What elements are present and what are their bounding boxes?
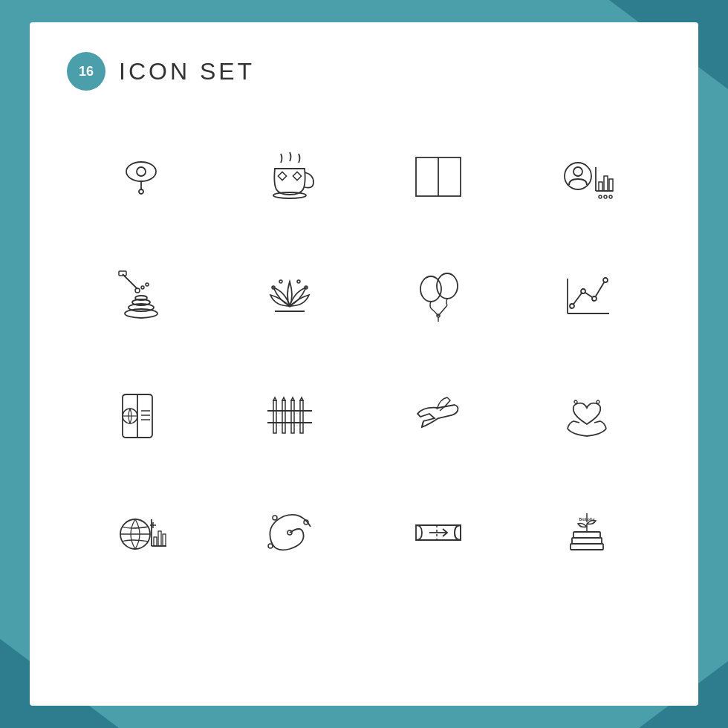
svg-point-4 xyxy=(273,192,306,198)
svg-text:BioLoGy: BioLoGy xyxy=(579,517,595,521)
badge-number: 16 xyxy=(67,52,105,91)
svg-point-69 xyxy=(268,544,273,548)
lotus-icon xyxy=(223,247,357,343)
header: 16 ICON SET xyxy=(67,52,661,91)
svg-rect-61 xyxy=(154,537,157,546)
fence-icon xyxy=(223,365,357,462)
svg-point-56 xyxy=(597,400,599,403)
svg-point-24 xyxy=(125,309,157,318)
line-chart-icon xyxy=(520,247,654,343)
svg-line-19 xyxy=(123,274,137,289)
svg-rect-63 xyxy=(163,534,166,546)
svg-rect-13 xyxy=(599,182,602,191)
svg-point-29 xyxy=(279,280,282,283)
svg-point-16 xyxy=(599,195,602,198)
svg-point-27 xyxy=(135,296,147,300)
columns-icon xyxy=(371,128,505,224)
svg-rect-6 xyxy=(293,172,301,180)
svg-rect-73 xyxy=(572,538,602,544)
icon-grid: BioLoGy xyxy=(67,128,661,581)
svg-point-23 xyxy=(146,283,149,286)
svg-rect-5 xyxy=(278,172,286,180)
svg-point-10 xyxy=(573,167,582,176)
svg-point-17 xyxy=(604,195,607,198)
svg-point-3 xyxy=(139,189,143,194)
svg-marker-53 xyxy=(291,397,294,400)
svg-point-34 xyxy=(437,273,458,299)
svg-point-39 xyxy=(570,304,574,308)
balloons-icon xyxy=(371,247,505,343)
hurricane-icon xyxy=(223,484,357,581)
ticket-icon xyxy=(371,484,505,581)
svg-point-40 xyxy=(581,289,585,293)
svg-point-68 xyxy=(273,516,277,520)
svg-rect-72 xyxy=(571,544,603,550)
heart-hands-icon xyxy=(520,365,654,462)
analytics-person-icon xyxy=(520,128,654,224)
svg-point-1 xyxy=(137,167,146,176)
coffee-cup-icon xyxy=(223,128,357,224)
svg-rect-74 xyxy=(573,532,600,538)
passport-icon xyxy=(74,365,208,462)
svg-point-22 xyxy=(141,286,144,289)
eye-icon xyxy=(74,128,208,224)
main-card: 16 ICON SET xyxy=(30,22,698,706)
svg-point-30 xyxy=(297,280,300,283)
globe-chart-icon xyxy=(74,484,208,581)
svg-rect-14 xyxy=(604,176,608,191)
page-title: ICON SET xyxy=(119,58,255,85)
svg-point-55 xyxy=(574,400,577,403)
svg-marker-51 xyxy=(273,397,276,400)
airplane-icon xyxy=(371,365,505,462)
svg-marker-54 xyxy=(300,397,303,400)
svg-point-18 xyxy=(609,195,612,198)
svg-marker-52 xyxy=(282,397,285,400)
svg-point-0 xyxy=(126,162,156,181)
svg-point-42 xyxy=(603,278,608,282)
svg-rect-62 xyxy=(158,531,161,546)
spa-stones-icon xyxy=(74,247,208,343)
svg-point-41 xyxy=(592,296,597,301)
svg-rect-15 xyxy=(609,179,613,191)
biology-icon: BioLoGy xyxy=(520,484,654,581)
